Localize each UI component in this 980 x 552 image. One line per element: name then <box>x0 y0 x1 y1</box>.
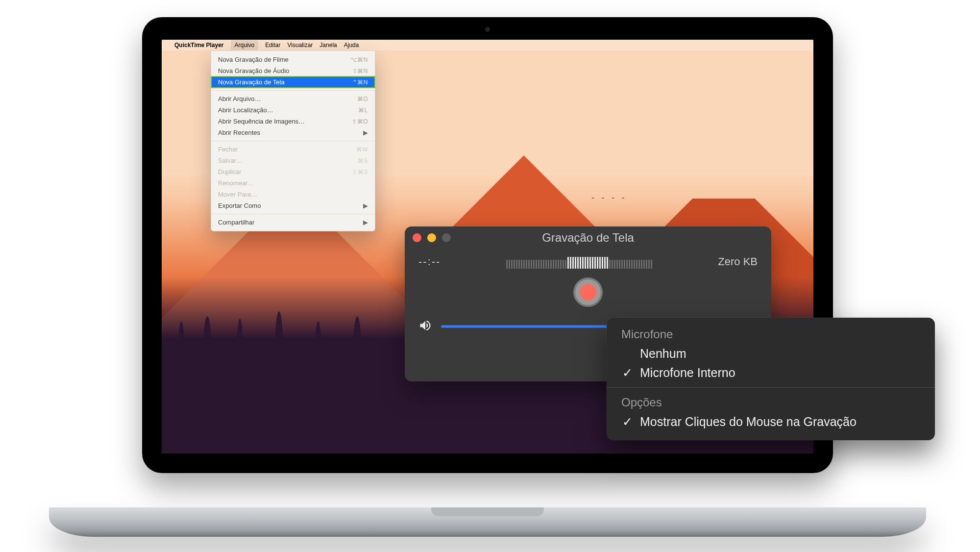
options-section-title: Opções <box>607 393 935 412</box>
record-button[interactable] <box>573 277 603 307</box>
option-show-clicks[interactable]: ✓ Mostrar Cliques do Mouse na Gravação <box>607 412 935 431</box>
laptop-base <box>49 507 926 537</box>
menu-item-exportar-como[interactable]: Exportar Como ▶ <box>211 200 375 211</box>
laptop-trackpad-notch <box>431 507 544 516</box>
audio-level-meter <box>506 255 652 269</box>
menu-item-label: Abrir Recentes <box>218 129 260 136</box>
menu-item-salvar: Salvar… ⌘S <box>211 155 375 166</box>
menu-item-label: Fechar <box>218 146 238 153</box>
submenu-arrow-icon: ▶ <box>363 129 368 136</box>
menu-item-label: Renomear… <box>218 179 254 187</box>
menubar: QuickTime Player Arquivo Editar Visualiz… <box>162 40 813 50</box>
panel-title: Gravação de Tela <box>405 231 771 245</box>
menu-item-label: Nova Gravação de Filme <box>218 56 289 63</box>
recording-size: Zero KB <box>718 255 758 268</box>
recording-options-popover: Microfone Nenhum ✓ Microfone Interno Opç… <box>607 318 935 440</box>
menu-item-abrir-sequencia[interactable]: Abrir Sequência de Imagens… ⇧⌘O <box>211 116 375 127</box>
mic-option-nenhum[interactable]: Nenhum <box>607 344 935 363</box>
menu-item-label: Abrir Localização… <box>218 106 273 114</box>
panel-titlebar[interactable]: Gravação de Tela <box>405 226 771 249</box>
shortcut-label: ⌘W <box>356 146 368 153</box>
menu-item-label: Abrir Arquivo… <box>218 95 261 102</box>
menubar-item-visualizar[interactable]: Visualizar <box>288 42 313 49</box>
menubar-item-janela[interactable]: Janela <box>319 42 337 49</box>
menu-item-abrir-arquivo[interactable]: Abrir Arquivo… ⌘O <box>211 93 375 104</box>
submenu-arrow-icon: ▶ <box>363 202 368 209</box>
wallpaper-birds: ˇ ˇ ˇ ˇ <box>592 197 627 204</box>
option-label: Microfone Interno <box>640 366 735 380</box>
menu-item-label: Salvar… <box>218 157 243 164</box>
shortcut-label: ⌘O <box>357 96 368 102</box>
menu-item-label: Exportar Como <box>218 202 261 209</box>
menubar-item-editar[interactable]: Editar <box>265 42 280 49</box>
menu-item-abrir-recentes[interactable]: Abrir Recentes ▶ <box>211 127 375 138</box>
shortcut-label: ⌘S <box>358 157 368 164</box>
menu-item-label: Nova Gravação de Áudio <box>218 67 289 75</box>
recording-time: --:-- <box>418 255 441 268</box>
arquivo-dropdown: Nova Gravação de Filme ⌥⌘N Nova Gravação… <box>211 50 375 231</box>
shortcut-label: ⌘L <box>358 107 368 114</box>
menu-item-nova-gravacao-audio[interactable]: Nova Gravação de Áudio ⇧⌘N <box>211 65 375 76</box>
menu-item-nova-gravacao-tela[interactable]: Nova Gravação de Tela ⌃⌘N <box>211 76 375 88</box>
shortcut-label: ⌃⌘N <box>352 79 368 86</box>
speaker-icon <box>418 319 432 334</box>
menu-item-label: Duplicar <box>218 168 242 176</box>
menu-item-renomear: Renomear… <box>211 177 375 189</box>
menu-item-compartilhar[interactable]: Compartilhar ▶ <box>211 217 375 228</box>
shortcut-label: ⇧⌘N <box>352 68 368 75</box>
shortcut-label: ⇧⌘S <box>352 169 368 176</box>
record-icon <box>580 284 596 301</box>
menu-item-mover-para: Mover Para… <box>211 189 375 200</box>
camera-dot <box>485 27 490 32</box>
check-icon: ✓ <box>621 415 633 429</box>
menu-item-nova-gravacao-filme[interactable]: Nova Gravação de Filme ⌥⌘N <box>211 54 375 65</box>
check-icon: ✓ <box>621 366 633 380</box>
menu-item-abrir-localizacao[interactable]: Abrir Localização… ⌘L <box>211 104 375 116</box>
option-label: Nenhum <box>640 347 686 361</box>
menu-item-label: Abrir Sequência de Imagens… <box>218 118 305 125</box>
shortcut-label: ⇧⌘O <box>352 118 368 125</box>
mic-option-interno[interactable]: ✓ Microfone Interno <box>607 363 935 382</box>
submenu-arrow-icon: ▶ <box>363 219 368 226</box>
slider-fill <box>441 326 625 328</box>
menu-item-label: Nova Gravação de Tela <box>218 78 285 86</box>
menu-item-duplicar: Duplicar ⇧⌘S <box>211 166 375 177</box>
menubar-item-arquivo[interactable]: Arquivo <box>231 40 259 50</box>
menubar-item-ajuda[interactable]: Ajuda <box>344 42 359 49</box>
menu-item-fechar: Fechar ⌘W <box>211 144 375 155</box>
shortcut-label: ⌥⌘N <box>350 56 368 63</box>
mic-section-title: Microfone <box>607 325 935 344</box>
option-label: Mostrar Cliques do Mouse na Gravação <box>640 415 857 429</box>
menu-item-label: Compartilhar <box>218 219 254 226</box>
app-name[interactable]: QuickTime Player <box>174 42 224 49</box>
menu-item-label: Mover Para… <box>218 191 257 198</box>
